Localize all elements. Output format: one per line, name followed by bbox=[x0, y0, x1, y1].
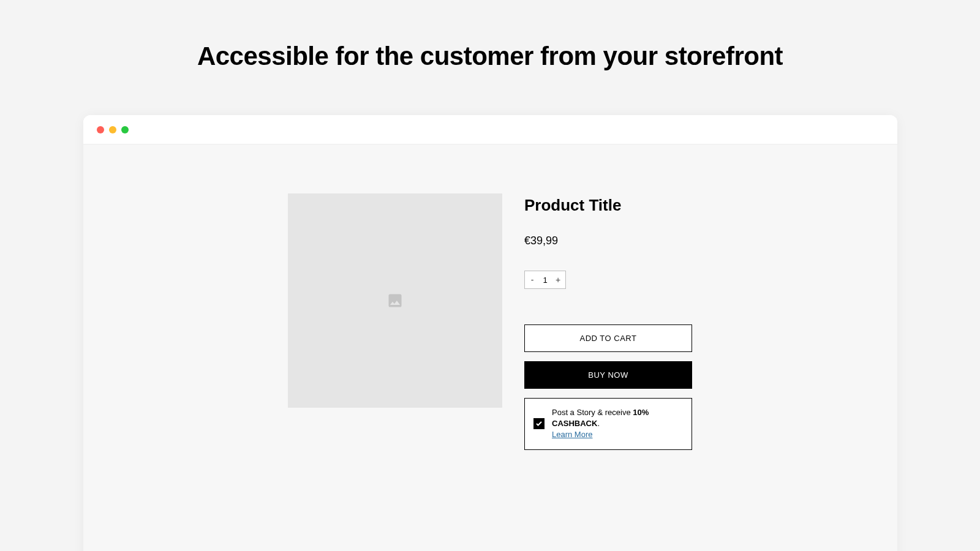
quantity-stepper: - 1 + bbox=[524, 271, 566, 289]
quantity-increment-button[interactable]: + bbox=[551, 271, 565, 288]
add-to-cart-button[interactable]: ADD TO CART bbox=[524, 324, 692, 352]
buy-now-button[interactable]: BUY NOW bbox=[524, 361, 692, 389]
browser-chrome bbox=[83, 115, 897, 144]
product-price: €39,99 bbox=[524, 234, 692, 247]
browser-window: Product Title €39,99 - 1 + ADD TO CART B… bbox=[83, 115, 897, 551]
quantity-value: 1 bbox=[540, 271, 551, 288]
learn-more-link[interactable]: Learn More bbox=[552, 430, 592, 439]
close-icon[interactable] bbox=[97, 126, 104, 133]
cashback-checkbox[interactable] bbox=[533, 418, 545, 429]
product-layout: Product Title €39,99 - 1 + ADD TO CART B… bbox=[288, 193, 692, 551]
cashback-prefix: Post a Story & receive bbox=[552, 408, 633, 417]
product-image-placeholder bbox=[288, 193, 502, 408]
minimize-icon[interactable] bbox=[109, 126, 116, 133]
image-placeholder-icon bbox=[386, 292, 404, 309]
browser-content: Product Title €39,99 - 1 + ADD TO CART B… bbox=[83, 144, 897, 551]
quantity-decrement-button[interactable]: - bbox=[525, 271, 540, 288]
product-title: Product Title bbox=[524, 196, 692, 215]
checkmark-icon bbox=[535, 420, 543, 427]
traffic-lights bbox=[97, 126, 129, 133]
product-details: Product Title €39,99 - 1 + ADD TO CART B… bbox=[524, 193, 692, 551]
maximize-icon[interactable] bbox=[121, 126, 129, 133]
cashback-offer-box: Post a Story & receive 10% CASHBACK. Lea… bbox=[524, 398, 692, 450]
cashback-suffix: . bbox=[597, 419, 600, 428]
cashback-text: Post a Story & receive 10% CASHBACK. Lea… bbox=[552, 407, 683, 441]
page-title: Accessible for the customer from your st… bbox=[0, 42, 980, 71]
